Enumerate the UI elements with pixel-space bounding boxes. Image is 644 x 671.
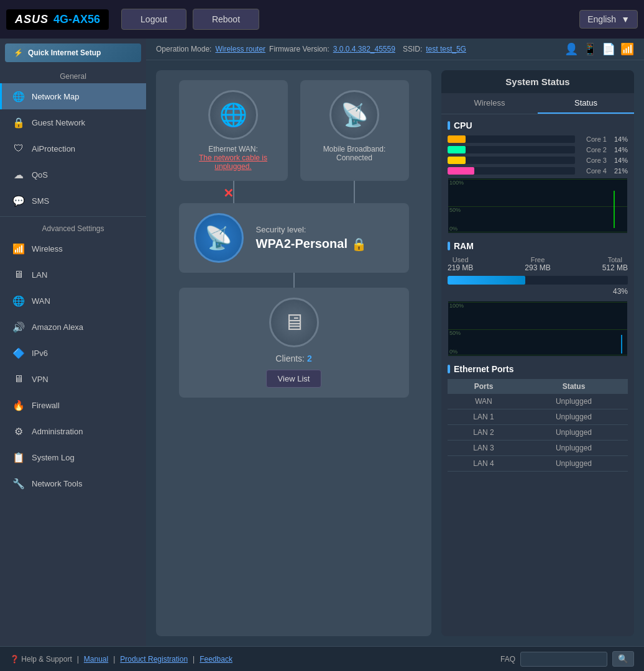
sidebar-item-vpn[interactable]: 🖥 VPN xyxy=(0,366,146,392)
sidebar-item-network-tools[interactable]: 🔧 Network Tools xyxy=(0,470,146,496)
ram-chart-100-label: 100% xyxy=(449,303,464,309)
faq-label: FAQ xyxy=(500,655,515,664)
ipv6-icon: 🔷 xyxy=(12,346,25,360)
ram-chart-spike xyxy=(621,335,622,354)
user-icon[interactable]: 👤 xyxy=(564,42,578,56)
cpu-core-4-bar-container xyxy=(448,167,575,175)
firmware-link[interactable]: 3.0.0.4.382_45559 xyxy=(333,45,395,53)
table-row: WANUnplugged xyxy=(448,394,628,409)
quick-setup-button[interactable]: ⚡ Quick Internet Setup xyxy=(5,43,141,62)
ram-bar xyxy=(448,276,525,285)
sidebar-item-wireless[interactable]: 📶 Wireless xyxy=(0,235,146,262)
ram-total-col: Total 512 MB xyxy=(602,256,628,272)
sidebar-item-ipv6[interactable]: 🔷 IPv6 xyxy=(0,340,146,366)
sidebar-item-wan[interactable]: 🌐 WAN xyxy=(0,288,146,314)
sidebar-item-sms[interactable]: 💬 SMS xyxy=(0,188,146,214)
ssid-link[interactable]: test test_5G xyxy=(426,45,466,53)
cpu-core-4-row: Core 4 21% xyxy=(448,167,628,175)
eth-port-status: Unplugged xyxy=(520,394,628,409)
router-icon: 📡 xyxy=(194,213,244,263)
faq-search-input[interactable] xyxy=(520,652,607,667)
tab-wireless[interactable]: Wireless xyxy=(441,93,538,114)
status-tabs: Wireless Status xyxy=(441,93,634,114)
table-row: LAN 3Unplugged xyxy=(448,440,628,456)
footer-separator-1: | xyxy=(77,655,79,664)
lan-icon: 🖥 xyxy=(12,268,25,281)
sidebar-item-qos[interactable]: ☁ QoS xyxy=(0,162,146,188)
cpu-core-2-pct: 14% xyxy=(610,146,628,153)
sidebar-item-aiprotection-label: AiProtection xyxy=(32,144,75,153)
sidebar-item-network-map[interactable]: 🌐 Network Map xyxy=(0,83,146,109)
operation-mode-link[interactable]: Wireless router xyxy=(215,45,265,53)
ram-pct: 43% xyxy=(448,287,628,296)
top-bar: ASUS 4G-AX56 Logout Reboot English ▼ xyxy=(0,0,644,39)
ram-total-value: 512 MB xyxy=(602,263,628,272)
ram-used-value: 219 MB xyxy=(448,263,473,272)
feedback-link[interactable]: Feedback xyxy=(200,655,232,664)
view-list-button[interactable]: View List xyxy=(266,370,322,388)
sidebar-item-firewall[interactable]: 🔥 Firewall xyxy=(0,392,146,418)
document-icon[interactable]: 📄 xyxy=(602,42,615,56)
eth-port-name: LAN 4 xyxy=(448,456,520,472)
network-map-icon: 🌐 xyxy=(12,89,25,103)
chart-grid-bot xyxy=(448,232,627,232)
cpu-section-title: CPU xyxy=(448,121,628,130)
eth-col-ports: Ports xyxy=(448,379,520,394)
sidebar-item-sms-label: SMS xyxy=(32,196,49,206)
mobile-broadband-label: Mobile Broadband: Connected xyxy=(323,145,386,162)
eth-port-name: LAN 2 xyxy=(448,425,520,440)
cpu-core-1-bar-container xyxy=(448,135,575,143)
ram-section-title: RAM xyxy=(448,241,628,251)
system-status-panel: System Status Wireless Status CPU Core 1 xyxy=(441,70,634,636)
sidebar-item-firewall-label: Firewall xyxy=(32,401,60,410)
wifi-signal-icon[interactable]: 📱 xyxy=(583,42,597,56)
signal-bars-icon[interactable]: 📶 xyxy=(620,42,634,56)
quick-setup-container: ⚡ Quick Internet Setup xyxy=(0,39,146,67)
eth-port-name: LAN 3 xyxy=(448,440,520,456)
cpu-core-3-pct: 14% xyxy=(610,157,628,164)
sidebar-item-guest-network[interactable]: 🔒 Guest Network xyxy=(0,109,146,135)
sidebar-item-administration[interactable]: ⚙ Administration xyxy=(0,418,146,444)
cpu-core-1-label: Core 1 xyxy=(579,135,607,143)
vpn-icon: 🖥 xyxy=(12,372,25,386)
cpu-core-1-pct: 14% xyxy=(610,135,628,143)
guest-network-icon: 🔒 xyxy=(12,116,25,129)
manual-link[interactable]: Manual xyxy=(84,655,108,664)
status-bar: Operation Mode: Wireless router Firmware… xyxy=(146,39,644,60)
table-row: LAN 2Unplugged xyxy=(448,425,628,440)
status-icons: 👤 📱 📄 📶 xyxy=(564,42,634,56)
right-connector-line xyxy=(354,181,355,203)
ram-used-label: Used xyxy=(448,256,473,263)
language-selector[interactable]: English ▼ xyxy=(579,10,638,29)
faq-search-button[interactable]: 🔍 xyxy=(612,651,634,667)
sidebar-item-administration-label: Administration xyxy=(32,427,83,436)
sidebar-item-system-log[interactable]: 📋 System Log xyxy=(0,444,146,470)
sms-icon: 💬 xyxy=(12,194,25,208)
help-support-link[interactable]: ❓ Help & Support xyxy=(10,655,72,664)
security-name: WPA2-Personal 🔒 xyxy=(256,237,394,252)
ram-bar-container xyxy=(448,276,628,285)
cpu-chart: 100% 50% 0% xyxy=(448,178,628,234)
clients-node: 🖥 Clients: 2 View List xyxy=(179,288,409,398)
chart-grid-mid xyxy=(448,206,627,207)
sidebar-item-amazon-alexa[interactable]: 🔊 Amazon Alexa xyxy=(0,314,146,340)
logout-button[interactable]: Logout xyxy=(121,9,186,30)
mobile-broadband-node: 📡 Mobile Broadband: Connected xyxy=(300,80,409,181)
cpu-core-2-bar-container xyxy=(448,146,575,153)
content-body: 🌐 Ethernet WAN: The network cable is unp… xyxy=(146,60,644,646)
product-registration-link[interactable]: Product Registration xyxy=(120,655,188,664)
top-buttons: Logout Reboot xyxy=(121,9,579,30)
network-map-panel: 🌐 Ethernet WAN: The network cable is unp… xyxy=(156,70,431,636)
sidebar-divider xyxy=(0,216,146,217)
eth-port-name: LAN 1 xyxy=(448,409,520,425)
sidebar-item-lan[interactable]: 🖥 LAN xyxy=(0,262,146,288)
clients-count: 2 xyxy=(307,354,312,363)
reboot-button[interactable]: Reboot xyxy=(193,9,259,30)
net-top-row: 🌐 Ethernet WAN: The network cable is unp… xyxy=(166,80,421,181)
ram-chart-grid-mid xyxy=(448,329,627,330)
ethernet-wan-status[interactable]: The network cable is unplugged. xyxy=(199,153,267,171)
clients-icon: 🖥 xyxy=(269,298,319,347)
mobile-bb-status: Connected xyxy=(336,153,372,162)
tab-status[interactable]: Status xyxy=(538,93,634,114)
sidebar-item-aiprotection[interactable]: 🛡 AiProtection xyxy=(0,135,146,162)
